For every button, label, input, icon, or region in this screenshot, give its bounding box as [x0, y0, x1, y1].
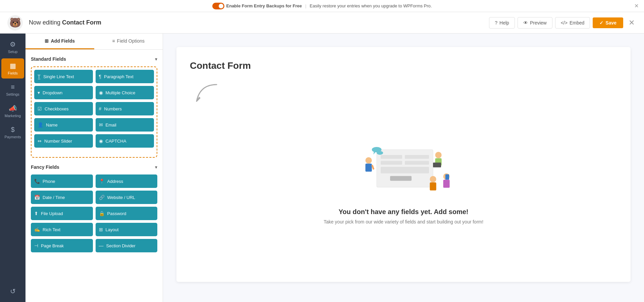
field-label-name: Name — [46, 122, 58, 128]
notif-divider: | — [305, 3, 306, 8]
sidebar-item-marketing[interactable]: 📣 Marketing — [1, 101, 24, 121]
field-btn-page-break[interactable]: ⊣ Page Break — [31, 239, 93, 252]
sidebar-item-payments[interactable]: $ Payments — [1, 122, 24, 142]
add-fields-icon: ⊞ — [45, 38, 49, 44]
standard-fields-grid: T̲ Single Line Text ¶ Paragraph Text ▾ D… — [34, 70, 154, 148]
field-btn-rich-text[interactable]: ✍ Rich Text — [31, 223, 93, 236]
close-notif-button[interactable]: ✕ — [634, 3, 639, 9]
field-btn-layout[interactable]: ⊞ Layout — [96, 223, 158, 236]
fancy-fields-header: Fancy Fields ▾ — [31, 164, 157, 170]
field-btn-phone[interactable]: 📞 Phone — [31, 174, 93, 188]
panel-tabs: ⊞ Add Fields ≡ Field Options — [25, 34, 163, 50]
field-label-date-time: Date / Time — [43, 195, 65, 200]
field-btn-single-line-text[interactable]: T̲ Single Line Text — [34, 70, 93, 83]
standard-fields-header: Standard Fields ▾ — [31, 56, 157, 62]
close-header-button[interactable]: ✕ — [626, 17, 637, 29]
history-icon: ↺ — [10, 287, 16, 295]
field-options-icon: ≡ — [112, 38, 115, 44]
main-layout: ⚙ Setup ▦ Fields ≡ Settings 📣 Marketing … — [0, 34, 644, 302]
field-btn-file-upload[interactable]: ⬆ File Upload — [31, 207, 93, 220]
header-actions: ? Help 👁 Preview </> Embed ✓ Save ✕ — [489, 17, 637, 29]
svg-rect-19 — [443, 180, 449, 188]
tab-field-options[interactable]: ≡ Field Options — [94, 34, 163, 49]
sidebar-item-history[interactable]: ↺ — [1, 284, 24, 299]
svg-rect-6 — [390, 176, 412, 181]
save-button[interactable]: ✓ Save — [593, 17, 623, 28]
field-btn-date-time[interactable]: 📅 Date / Time — [31, 191, 93, 204]
phone-icon: 📞 — [34, 179, 40, 184]
svg-rect-15 — [433, 162, 441, 167]
help-button[interactable]: ? Help — [489, 17, 515, 29]
field-label-website-url: Website / URL — [107, 195, 136, 200]
preview-icon: 👁 — [523, 20, 528, 26]
layout-icon: ⊞ — [99, 227, 103, 232]
dropdown-icon: ▾ — [38, 90, 40, 95]
svg-rect-3 — [381, 161, 402, 165]
embed-button[interactable]: </> Embed — [555, 17, 590, 29]
preview-button[interactable]: 👁 Preview — [518, 17, 552, 29]
standard-fields-toggle[interactable]: ▾ — [155, 56, 157, 62]
field-btn-paragraph-text[interactable]: ¶ Paragraph Text — [96, 70, 154, 83]
field-btn-dropdown[interactable]: ▾ Dropdown — [34, 86, 93, 99]
sidebar-item-setup[interactable]: ⚙ Setup — [1, 37, 24, 57]
captcha-icon: ◉ — [99, 138, 103, 144]
date-time-icon: 📅 — [34, 195, 40, 200]
sidebar-item-settings[interactable]: ≡ Settings — [1, 80, 24, 100]
svg-rect-5 — [381, 167, 429, 173]
standard-fields-grid-wrapper: T̲ Single Line Text ¶ Paragraph Text ▾ D… — [31, 66, 157, 158]
field-btn-email[interactable]: ✉ Email — [96, 118, 154, 132]
field-label-section-divider: Section Divider — [106, 243, 136, 248]
embed-label: Embed — [570, 20, 584, 26]
marketing-icon: 📣 — [9, 104, 17, 112]
page-break-icon: ⊣ — [34, 243, 38, 248]
field-btn-number-slider[interactable]: ⇔ Number Slider — [34, 134, 93, 148]
field-btn-section-divider[interactable]: — Section Divider — [96, 239, 158, 252]
sidebar-item-setup-label: Setup — [8, 50, 18, 54]
paragraph-text-icon: ¶ — [99, 74, 102, 79]
backup-toggle[interactable]: Enable Form Entry Backups for Free — [212, 3, 302, 9]
app-header: 🐻 Now editing Contact Form ? Help 👁 Prev… — [0, 12, 644, 34]
fancy-fields-toggle[interactable]: ▾ — [155, 164, 157, 170]
header-title: Now editing Contact Form — [29, 19, 489, 26]
field-btn-name[interactable]: 👤 Name — [34, 118, 93, 132]
arrow-hint-svg — [190, 81, 223, 108]
svg-rect-1 — [381, 155, 402, 159]
fancy-fields-grid: 📞 Phone 📍 Address 📅 Date / Time 🔗 Websit… — [31, 174, 157, 252]
standard-fields-title: Standard Fields — [31, 56, 66, 62]
field-btn-website-url[interactable]: 🔗 Website / URL — [96, 191, 158, 204]
save-label: Save — [605, 20, 616, 26]
multiple-choice-icon: ◉ — [99, 90, 103, 95]
sidebar-item-fields[interactable]: ▦ Fields — [1, 58, 24, 79]
form-card: Contact Form — [176, 47, 631, 282]
email-icon: ✉ — [99, 122, 103, 128]
single-line-text-icon: T̲ — [38, 74, 41, 79]
sidebar-item-settings-label: Settings — [6, 92, 19, 96]
help-icon: ? — [495, 20, 497, 26]
empty-state-subtitle: Take your pick from our wide variety of … — [324, 219, 483, 224]
preview-label: Preview — [530, 20, 547, 26]
field-btn-password[interactable]: 🔒 Password — [96, 207, 158, 220]
field-label-file-upload: File Upload — [41, 211, 63, 216]
svg-rect-8 — [365, 164, 372, 172]
editing-prefix: Now editing — [29, 19, 60, 26]
tab-add-fields-label: Add Fields — [51, 38, 75, 44]
empty-state: You don't have any fields yet. Add some!… — [190, 113, 617, 238]
website-url-icon: 🔗 — [99, 195, 105, 200]
tab-add-fields[interactable]: ⊞ Add Fields — [25, 34, 94, 49]
embed-icon: </> — [561, 20, 568, 26]
field-btn-captcha[interactable]: ◉ CAPTCHA — [96, 134, 154, 148]
field-btn-numbers[interactable]: # Numbers — [96, 102, 154, 115]
numbers-icon: # — [99, 106, 102, 111]
field-btn-address[interactable]: 📍 Address — [96, 174, 158, 188]
name-icon: 👤 — [38, 122, 43, 128]
field-label-password: Password — [107, 211, 126, 216]
notif-toggle-label: Enable Form Entry Backups for Free — [226, 3, 302, 8]
field-btn-checkboxes[interactable]: ☑ Checkboxes — [34, 102, 93, 115]
field-label-phone: Phone — [43, 179, 55, 184]
svg-point-11 — [377, 151, 383, 155]
rich-text-icon: ✍ — [34, 227, 40, 232]
payments-icon: $ — [11, 126, 14, 134]
field-btn-multiple-choice[interactable]: ◉ Multiple Choice — [96, 86, 154, 99]
field-label-address: Address — [107, 179, 123, 184]
notification-bar: Enable Form Entry Backups for Free | Eas… — [0, 0, 644, 12]
